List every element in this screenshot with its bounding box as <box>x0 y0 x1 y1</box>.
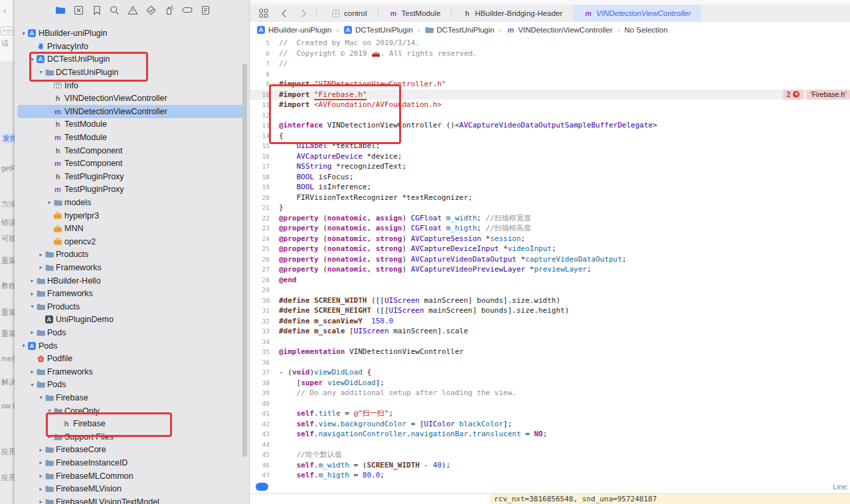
code-line[interactable]: 24@property (nonatomic, strong) AVCaptur… <box>250 234 850 244</box>
code-line[interactable]: 25@property (nonatomic, strong) AVCaptur… <box>250 244 850 254</box>
code-line[interactable]: 26@property (nonatomic, strong) AVCaptur… <box>250 254 850 265</box>
tree-item[interactable]: ▸FirebaseMLCommon <box>17 469 245 483</box>
error-message-chip[interactable]: 'Firebase.h' <box>806 90 850 100</box>
line-number[interactable]: 12 <box>250 110 270 121</box>
code-line[interactable]: 5// Created by Mac on 2019/3/14. <box>250 38 850 48</box>
code-line[interactable]: 6// Copyright © 2019 🚗. All rights reser… <box>250 48 850 59</box>
tree-item[interactable]: Podfile <box>17 352 245 365</box>
tree-item[interactable]: hyperlpr3 <box>17 209 245 222</box>
tree-item[interactable]: mTestComponent <box>17 157 245 170</box>
tree-item[interactable]: ▾DCTestUniPlugin <box>17 53 245 66</box>
tree-item[interactable]: ▾Firebase <box>17 391 245 404</box>
bookmarks-icon[interactable] <box>90 3 104 17</box>
line-number[interactable]: 46 <box>250 460 270 471</box>
code-line[interactable]: 10#import "Firebase.h"2✕'Firebase.h' <box>250 90 850 100</box>
chevron-closed-icon[interactable]: ▸ <box>29 329 36 335</box>
chevron-open-icon[interactable]: ▾ <box>46 408 53 414</box>
tree-item[interactable]: mTestModule <box>17 131 245 144</box>
tab-vindetectionviewcontroller[interactable]: mVINDetectionViewController <box>573 5 701 22</box>
line-number[interactable]: 9 <box>250 79 270 90</box>
line-number[interactable]: 17 <box>250 161 270 172</box>
chevron-closed-icon[interactable]: ▸ <box>37 447 44 453</box>
code-line[interactable]: 35@implementation VINDetectionViewContro… <box>250 347 850 357</box>
chevron-open-icon[interactable]: ▾ <box>37 394 44 400</box>
line-number[interactable]: 23 <box>250 223 270 234</box>
chevron-open-icon[interactable]: ▾ <box>37 69 44 75</box>
chevron-closed-icon[interactable]: ▸ <box>37 264 44 270</box>
tree-item[interactable]: ▸Pods <box>17 326 245 339</box>
line-number[interactable]: 39 <box>250 388 270 398</box>
line-number[interactable]: 20 <box>250 193 270 203</box>
line-number[interactable]: 34 <box>250 337 270 347</box>
tree-item[interactable]: ▸Frameworks <box>17 365 245 378</box>
tree-item[interactable]: ▾Pods <box>17 339 245 353</box>
line-number[interactable]: 19 <box>250 182 270 193</box>
tree-item[interactable]: ▾HBuilder-uniPlugin <box>17 27 245 40</box>
code-line[interactable]: 47 self.m_higth = 80.0; <box>250 470 850 480</box>
line-number[interactable]: 29 <box>250 285 270 295</box>
code-line[interactable]: 37- (void)viewDidLoad { <box>250 367 850 378</box>
code-line[interactable]: 46 self.m_width = (SCREEN_WIDTH - 40); <box>250 460 850 471</box>
tests-icon[interactable] <box>143 3 158 17</box>
terminal-overlay[interactable]: rcv_nxt=3816856548, snd_una=957248187 <box>490 494 850 504</box>
error-badge[interactable]: 2✕'Firebase.h' <box>783 90 850 100</box>
tree-item[interactable]: hTestModule <box>17 118 245 131</box>
chevron-open-icon[interactable]: ▾ <box>20 31 27 37</box>
find-icon[interactable] <box>108 3 122 17</box>
tree-item[interactable]: ▸FirebaseInstanceID <box>17 456 245 469</box>
line-number[interactable]: 41 <box>250 408 270 419</box>
tree-item[interactable]: ▾CoreOnly <box>17 404 245 418</box>
tree-item[interactable]: opencv2 <box>17 235 245 248</box>
code-line[interactable]: 27@property (nonatomic, strong) AVCaptur… <box>250 264 850 275</box>
tree-item[interactable]: Info <box>17 79 245 92</box>
code-line[interactable]: 39 // Do any additional setup after load… <box>250 388 850 398</box>
tree-item[interactable]: hTestComponent <box>17 144 245 157</box>
code-line[interactable]: 43 self.navigationController.navigationB… <box>250 429 850 440</box>
line-number[interactable]: 44 <box>250 440 270 450</box>
line-number[interactable]: 16 <box>250 151 270 162</box>
tree-item[interactable]: ▸Frameworks <box>17 287 245 300</box>
scrollbar[interactable] <box>242 64 247 457</box>
breakpoints-icon[interactable] <box>180 3 195 17</box>
debug-icon[interactable] <box>162 3 177 17</box>
breadcrumb-item[interactable]: DCTestUniPlugin <box>343 26 413 35</box>
code-editor[interactable]: 5// Created by Mac on 2019/3/14.6// Copy… <box>250 38 850 480</box>
chevron-closed-icon[interactable]: ▸ <box>37 252 44 258</box>
line-number[interactable]: 43 <box>250 429 270 440</box>
code-line[interactable]: 14{ <box>250 131 850 141</box>
tree-item[interactable]: ▸Support Files <box>17 430 245 444</box>
line-number[interactable]: 42 <box>250 419 270 430</box>
tree-item[interactable]: hVINDetectionViewController <box>17 92 245 105</box>
line-number[interactable]: 38 <box>250 378 270 388</box>
code-line[interactable]: 42 self.view.backgroundColor = [UIColor … <box>250 419 850 430</box>
tree-item[interactable]: ▸HBuilder-Hello <box>17 274 245 288</box>
breadcrumb-item[interactable]: No Selection <box>624 26 667 34</box>
back-button[interactable] <box>276 6 291 21</box>
tab-hbuilder-bridging-header[interactable]: hHBuilder-Bridging-Header <box>452 5 573 22</box>
chevron-closed-icon[interactable]: ▸ <box>37 499 44 504</box>
chevron-open-icon[interactable]: ▾ <box>29 56 36 62</box>
line-number[interactable]: 25 <box>250 244 270 254</box>
line-number[interactable]: 33 <box>250 326 270 337</box>
chevron-closed-icon[interactable]: ▸ <box>29 291 36 297</box>
code-line[interactable]: 32#define m_scanViewY 150.0 <box>250 316 850 327</box>
line-number[interactable]: 15 <box>250 141 270 151</box>
chevron-closed-icon[interactable]: ▸ <box>46 199 53 205</box>
line-number[interactable]: 22 <box>250 213 270 224</box>
tab-control[interactable]: control <box>321 5 378 22</box>
tree-item[interactable]: ▸Frameworks <box>17 261 245 274</box>
line-number[interactable]: 47 <box>250 470 270 480</box>
code-line[interactable]: 12 <box>250 110 850 121</box>
chevron-closed-icon[interactable]: ▸ <box>37 473 44 479</box>
tab-testmodule[interactable]: mTestModule <box>379 5 452 22</box>
code-line[interactable]: 31#define SCREEN_HEIGHT ([[UIScreen main… <box>250 305 850 316</box>
code-line[interactable]: 45 //给个默认值 <box>250 450 850 460</box>
line-number[interactable]: 24 <box>250 234 270 244</box>
tree-item[interactable]: hFirebase <box>17 417 245 430</box>
tree-item[interactable]: ▾DCTestUniPlugin <box>17 66 245 79</box>
code-line[interactable]: 41 self.title = @"扫一扫"; <box>250 408 850 419</box>
code-line[interactable]: 11#import <AVFoundation/AVFoundation.h> <box>250 100 850 110</box>
line-number[interactable]: 7 <box>250 58 270 69</box>
code-line[interactable]: 20 FIRVisionTextRecognizer *textRecogniz… <box>250 193 850 203</box>
chevron-closed-icon[interactable]: ▸ <box>29 278 36 284</box>
